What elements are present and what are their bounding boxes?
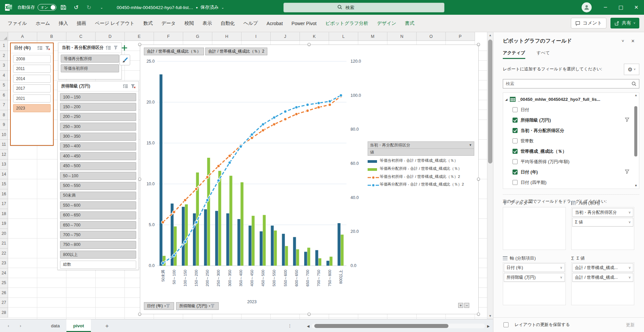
- add-sheet-button[interactable]: ＋: [104, 322, 110, 330]
- ribbon-tab-ホーム[interactable]: ホーム: [31, 18, 54, 28]
- autosave-toggle[interactable]: オン: [38, 4, 56, 11]
- slicer-item-600～650[interactable]: 600～650: [60, 211, 136, 219]
- ribbon-tab-データ[interactable]: データ: [157, 18, 180, 28]
- sheet-nav-left-icon[interactable]: ‹: [5, 323, 12, 328]
- title-chevron-icon[interactable]: ⌄: [221, 6, 224, 9]
- field-checkbox[interactable]: [513, 159, 518, 164]
- row-header-9[interactable]: 9: [0, 120, 8, 130]
- horizontal-scroll-thumb[interactable]: [314, 324, 448, 328]
- field-item-日付 (年)[interactable]: 日付 (年): [505, 167, 638, 177]
- chart-selection-handle[interactable]: [477, 313, 480, 316]
- vertical-scrollbar[interactable]: ▲ ▼: [487, 32, 493, 319]
- select-all-corner[interactable]: [0, 32, 8, 41]
- hscroll-right-icon[interactable]: ▶: [485, 324, 490, 328]
- column-header-H[interactable]: H: [212, 32, 241, 41]
- ribbon-tab-ヘルプ[interactable]: ヘルプ: [239, 18, 262, 28]
- column-header-F[interactable]: F: [154, 32, 183, 41]
- sheet-nav-right-icon[interactable]: ›: [17, 323, 24, 328]
- field-item-所得階級 (万円)[interactable]: 所得階級 (万円): [505, 115, 638, 125]
- slicer-所得階級 (万円)[interactable]: 所得階級 (万円)100～150150～200200～250250～300300…: [57, 81, 139, 270]
- share-button[interactable]: 共有 ˅: [610, 18, 639, 28]
- slicer-item-2011[interactable]: 2011: [13, 65, 51, 73]
- row-header-17[interactable]: 17: [0, 199, 8, 209]
- ribbon-tab-挿入[interactable]: 挿入: [54, 18, 72, 28]
- slicer-item-350～400[interactable]: 350～400: [60, 142, 136, 150]
- column-header-G[interactable]: G: [183, 32, 212, 41]
- saved-status[interactable]: 保存済み: [200, 4, 218, 10]
- slicer-item-300～350[interactable]: 300～350: [60, 133, 136, 141]
- hscroll-left-icon[interactable]: ◀: [307, 324, 312, 328]
- row-header-19[interactable]: 19: [0, 219, 8, 229]
- pane-tab-アクティブ[interactable]: アクティブ: [503, 50, 525, 59]
- slicer-item-750～800[interactable]: 750～800: [60, 241, 136, 249]
- ribbon-tab-ファイル[interactable]: ファイル: [3, 18, 31, 28]
- row-header-24[interactable]: 24: [0, 268, 8, 278]
- field-list-scroll-down-icon[interactable]: ▼: [634, 184, 638, 189]
- chart-selection-handle[interactable]: [477, 43, 480, 46]
- slicer-item-2021[interactable]: 2021: [13, 94, 51, 103]
- column-header-C[interactable]: C: [66, 32, 96, 41]
- legend-entry[interactable]: 等価再分配所得 - 合計 / 世帯構成_構成比（％）: [368, 166, 474, 173]
- chart-selection-handle[interactable]: [308, 43, 311, 46]
- chart-selection-handle[interactable]: [477, 178, 480, 181]
- row-header-4[interactable]: 4: [0, 71, 8, 81]
- field-item-日付 (四半期)[interactable]: 日付 (四半期): [505, 177, 638, 188]
- expand-field-button[interactable]: +: [458, 303, 463, 308]
- column-header-J[interactable]: J: [271, 32, 300, 41]
- area-box-axis[interactable]: 日付 (年)˅所得階級 (万円)˅: [503, 262, 566, 305]
- tools-gear-button[interactable]: ⚙˅: [624, 64, 639, 75]
- field-item-世帯数[interactable]: 世帯数: [505, 136, 638, 146]
- chart-elements-plus-button[interactable]: [119, 43, 129, 53]
- ribbon-tab-Power Pivot[interactable]: Power Pivot: [287, 19, 321, 28]
- column-header-A[interactable]: A: [8, 32, 37, 41]
- sheet-tab-pivot[interactable]: pivot: [66, 319, 91, 332]
- minimize-button[interactable]: ─: [598, 0, 613, 15]
- slicer-clear-filter-icon[interactable]: [130, 83, 137, 89]
- maximize-button[interactable]: □: [613, 0, 629, 15]
- slicer-item-100～150[interactable]: 100～150: [60, 93, 136, 101]
- area-field-合計 / 世帯構成_構成...[interactable]: 合計 / 世帯構成_構成...˅: [572, 273, 633, 282]
- pane-close-icon[interactable]: ✕: [628, 39, 638, 44]
- slicer-item-等価再分配所得[interactable]: 等価再分配所得: [61, 55, 119, 63]
- field-item-当初・再分配所得区分[interactable]: 当初・再分配所得区分: [505, 125, 638, 136]
- legend-field-button[interactable]: 当初・再分配所得区分 ▼: [368, 141, 474, 149]
- field-list-table-row[interactable]: ◢ _00450_mhlw_00450422_hyo7_full_lis...: [505, 94, 638, 105]
- slicer-item-450～500[interactable]: 450～500: [60, 162, 136, 170]
- ribbon-tab-自動化[interactable]: 自動化: [216, 18, 239, 28]
- pivot-chart[interactable]: 0.05.010.015.020.025.00.020.040.060.080.…: [140, 45, 479, 314]
- column-header-O[interactable]: O: [417, 32, 446, 41]
- chart-selection-handle[interactable]: [138, 178, 141, 181]
- row-header-22[interactable]: 22: [0, 249, 8, 259]
- slicer-item-800以上[interactable]: 800以上: [60, 251, 136, 259]
- legend-entry[interactable]: 等価再分配所得 - 合計 / 世帯構成_構成比（％）2: [368, 182, 474, 189]
- slicer-item-400～450[interactable]: 400～450: [60, 152, 136, 160]
- scroll-down-icon[interactable]: ▼: [487, 313, 493, 319]
- row-header-1[interactable]: 1: [0, 41, 8, 51]
- column-header-L[interactable]: L: [329, 32, 358, 41]
- row-header-26[interactable]: 26: [0, 288, 8, 298]
- redo-icon[interactable]: ↻: [83, 2, 95, 13]
- row-header-27[interactable]: 27: [0, 298, 8, 308]
- vertical-scroll-thumb[interactable]: [488, 40, 492, 163]
- fields-search-input[interactable]: 検索: [503, 79, 639, 88]
- area-box-values[interactable]: 合計 / 世帯構成_構成...˅合計 / 世帯構成_構成...˅: [571, 262, 634, 305]
- slicer-clear-filter-icon[interactable]: [44, 45, 51, 51]
- chart-axis-field-button[interactable]: 日付 (年)▾: [144, 302, 174, 310]
- column-header-D[interactable]: D: [96, 32, 125, 41]
- slicer-item-200～250[interactable]: 200～250: [60, 113, 136, 121]
- slicer-item-2023[interactable]: 2023: [13, 104, 51, 112]
- column-header-E[interactable]: E: [125, 32, 154, 41]
- slicer-item-500～550[interactable]: 500～550: [60, 182, 136, 190]
- row-header-15[interactable]: 15: [0, 179, 8, 189]
- row-header-28[interactable]: 28: [0, 308, 8, 318]
- update-button[interactable]: 更新: [622, 320, 639, 330]
- row-header-18[interactable]: 18: [0, 209, 8, 219]
- slicer-item-50～100[interactable]: 50～100: [60, 172, 136, 180]
- row-header-12[interactable]: 12: [0, 150, 8, 160]
- row-header-7[interactable]: 7: [0, 100, 8, 110]
- ribbon-tab-表示[interactable]: 表示: [198, 18, 216, 28]
- row-header-21[interactable]: 21: [0, 239, 8, 249]
- ribbon-tab-描画[interactable]: 描画: [72, 18, 91, 28]
- scroll-up-icon[interactable]: ▲: [487, 32, 493, 38]
- document-title[interactable]: 00450-mhlw-00450422-hyo7-full-list…: [117, 5, 193, 10]
